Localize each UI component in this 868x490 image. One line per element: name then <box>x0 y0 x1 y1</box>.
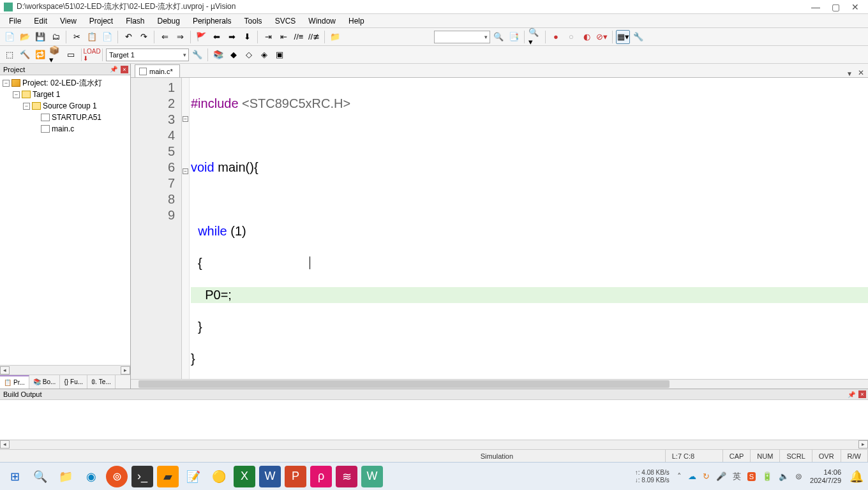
debug-start-icon[interactable]: 🔍▾ <box>528 30 542 44</box>
find-icon[interactable]: 🔍 <box>491 30 505 44</box>
project-tree[interactable]: − Project: 02-LED-流水灯 − Target 1 − Sourc… <box>0 75 130 365</box>
mic-icon[interactable]: 🎤 <box>716 471 726 481</box>
build-icon[interactable]: 🔨 <box>18 48 32 62</box>
scroll-left-icon[interactable]: ◂ <box>0 440 10 449</box>
battery-icon[interactable]: 🔋 <box>762 471 772 481</box>
save-icon[interactable]: 💾 <box>33 30 47 44</box>
tab-project[interactable]: 📋Pr... <box>0 375 29 389</box>
uvision-icon[interactable]: W <box>361 466 383 487</box>
powerpoint-icon[interactable]: P <box>285 466 306 487</box>
edge-icon[interactable]: ◉ <box>80 466 102 487</box>
batch-build-icon[interactable]: 📦▾ <box>49 48 63 62</box>
project-hscroll[interactable]: ◂ ▸ <box>0 365 130 375</box>
configure-icon[interactable]: 🔧 <box>631 30 645 44</box>
fold-icon[interactable]: − <box>183 116 188 122</box>
open-file-icon[interactable]: 📂 <box>18 30 32 44</box>
editor-body[interactable]: 1 2 3 4 5 6 7 8 9 − − #include <box>131 78 868 379</box>
editor-tab-main[interactable]: main.c* <box>135 64 180 77</box>
ubuntu-icon[interactable]: ⊚ <box>106 466 128 487</box>
expand-icon[interactable]: − <box>13 91 20 98</box>
tree-file[interactable]: main.c <box>1 123 129 135</box>
tab-books[interactable]: 📚Bo... <box>29 375 61 389</box>
terminal-icon[interactable]: ›_ <box>131 466 153 487</box>
breakpoint-disable-icon[interactable]: ◐ <box>580 30 594 44</box>
build-output-hscroll[interactable]: ◂ ▸ <box>0 440 868 449</box>
manage-project-icon[interactable]: 📚 <box>211 48 225 62</box>
pin-icon[interactable]: 📌 <box>848 391 855 398</box>
ime-icon[interactable]: 英 <box>733 471 741 482</box>
panel-close-icon[interactable]: × <box>858 390 866 398</box>
app-icon[interactable]: ≋ <box>336 466 357 487</box>
breakpoint-enable-icon[interactable]: ○ <box>564 30 578 44</box>
editor-hscroll[interactable] <box>131 379 868 389</box>
excel-icon[interactable]: X <box>234 466 255 487</box>
minimize-button[interactable]: — <box>811 2 820 12</box>
fold-icon[interactable]: − <box>183 168 188 174</box>
select-pack-icon[interactable]: ◈ <box>257 48 271 62</box>
clock[interactable]: 14:06 2024/7/29 <box>806 468 845 485</box>
menu-peripherals[interactable]: Peripherals <box>186 15 238 27</box>
redo-icon[interactable]: ↷ <box>137 30 151 44</box>
menu-edit[interactable]: Edit <box>27 15 54 27</box>
panel-close-icon[interactable]: × <box>121 66 128 73</box>
stop-build-icon[interactable]: ▭ <box>64 48 78 62</box>
pack-installer-icon[interactable]: ▣ <box>273 48 287 62</box>
tree-group[interactable]: − Source Group 1 <box>1 100 129 112</box>
nav-fwd-icon[interactable]: ⇒ <box>173 30 187 44</box>
tree-target[interactable]: − Target 1 <box>1 89 129 100</box>
start-button[interactable]: ⊞ <box>4 466 26 487</box>
paste-icon[interactable]: 📄 <box>100 30 114 44</box>
menu-debug[interactable]: Debug <box>151 15 186 27</box>
nav-back-icon[interactable]: ⇐ <box>158 30 172 44</box>
sogou-icon[interactable]: S <box>747 472 756 481</box>
bookmark-prev-icon[interactable]: ⬅ <box>209 30 223 44</box>
pdf-icon[interactable]: ρ <box>310 466 332 487</box>
explorer-icon[interactable]: 📁 <box>55 466 77 487</box>
scroll-right-icon[interactable]: ▸ <box>121 366 130 375</box>
download-icon[interactable]: LOAD⬇ <box>85 48 99 62</box>
copy-icon[interactable]: 📋 <box>85 30 99 44</box>
incremental-find-icon[interactable]: 📑 <box>507 30 521 44</box>
search-icon[interactable]: 🔍 <box>29 466 51 487</box>
window-layout-icon[interactable]: ▦▾ <box>616 30 630 44</box>
undo-icon[interactable]: ↶ <box>121 30 135 44</box>
expand-icon[interactable]: − <box>23 103 30 110</box>
onedrive-icon[interactable]: ☁ <box>688 471 696 481</box>
notifications-icon[interactable]: 🔔 <box>849 466 864 487</box>
tab-functions[interactable]: {}Fu... <box>60 375 87 389</box>
bookmark-clear-icon[interactable]: ⬇ <box>240 30 254 44</box>
tray-up-icon[interactable]: ˄ <box>677 471 682 481</box>
tree-root[interactable]: − Project: 02-LED-流水灯 <box>1 77 129 89</box>
find-in-files-icon[interactable]: 📁 <box>328 30 342 44</box>
network-icon[interactable]: ⊚ <box>795 471 802 481</box>
outdent-icon[interactable]: ⇤ <box>276 30 290 44</box>
menu-help[interactable]: Help <box>342 15 371 27</box>
file-ext-icon[interactable]: ◆ <box>227 48 241 62</box>
expand-icon[interactable]: − <box>3 80 10 87</box>
notepad-icon[interactable]: 📝 <box>183 466 204 487</box>
menu-tools[interactable]: Tools <box>238 15 269 27</box>
code-area[interactable]: #include <STC89C5xRC.H> void main(){ whi… <box>190 78 868 379</box>
indent-icon[interactable]: ⇥ <box>261 30 275 44</box>
bookmark-icon[interactable]: 🚩 <box>194 30 208 44</box>
word-icon[interactable]: W <box>259 466 281 487</box>
breakpoint-insert-icon[interactable]: ● <box>549 30 563 44</box>
scroll-thumb[interactable] <box>138 380 670 388</box>
sublime-icon[interactable]: ▰ <box>157 466 179 487</box>
tab-templates[interactable]: 𝟘.Te... <box>87 375 116 389</box>
uncomment-icon[interactable]: //≢ <box>307 30 321 44</box>
tab-dropdown-icon[interactable]: ▼ <box>846 70 853 77</box>
target-select[interactable]: Target 1 <box>106 48 189 61</box>
target-options-icon[interactable]: 🔧 <box>190 48 204 62</box>
menu-file[interactable]: File <box>3 15 27 27</box>
volume-icon[interactable]: 🔈 <box>779 471 789 481</box>
translate-icon[interactable]: ⬚ <box>3 48 17 62</box>
comment-icon[interactable]: //≡ <box>292 30 306 44</box>
find-combo[interactable] <box>434 31 490 43</box>
scroll-left-icon[interactable]: ◂ <box>0 366 10 375</box>
menu-window[interactable]: Window <box>302 15 342 27</box>
close-button[interactable]: ✕ <box>851 2 859 12</box>
tab-close-icon[interactable]: ✕ <box>858 68 864 77</box>
pin-icon[interactable]: 📌 <box>110 66 117 73</box>
new-file-icon[interactable]: 📄 <box>3 30 17 44</box>
